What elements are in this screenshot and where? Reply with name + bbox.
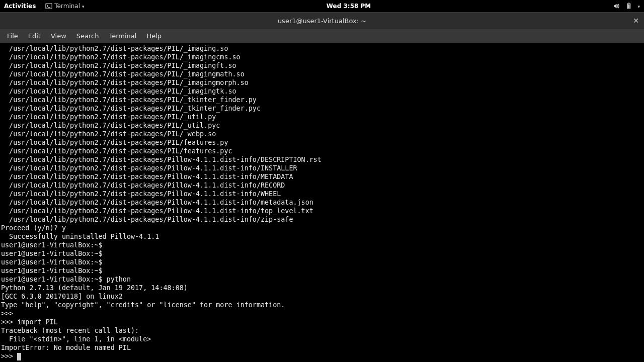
terminal-line: /usr/local/lib/python2.7/dist-packages/P… [0,121,644,130]
terminal-line: >>> [0,352,644,360]
svg-rect-0 [46,4,52,9]
terminal-line: /usr/local/lib/python2.7/dist-packages/P… [0,164,644,172]
python-prompt: >>> [1,352,17,360]
terminal-line: /usr/local/lib/python2.7/dist-packages/P… [0,130,644,138]
terminal-line: /usr/local/lib/python2.7/dist-packages/P… [0,155,644,164]
svg-rect-3 [628,3,630,3]
terminal-line: Type "help", "copyright", "credits" or "… [0,301,644,309]
terminal-window: user1@user1-VirtualBox: ~ ✕ File Edit Vi… [0,12,644,362]
panel-clock[interactable]: Wed 3:58 PM [327,3,371,10]
system-menu-icon[interactable]: ▾ [637,4,640,9]
activities-button[interactable]: Activities [4,3,36,10]
terminal-line: user1@user1-VirtualBox:~$ [0,266,644,275]
terminal-line: Proceed (y/n)? y [0,224,644,232]
terminal-line: /usr/local/lib/python2.7/dist-packages/P… [0,190,644,198]
menu-edit[interactable]: Edit [24,31,45,41]
terminal-line: /usr/local/lib/python2.7/dist-packages/P… [0,96,644,104]
terminal-line: /usr/local/lib/python2.7/dist-packages/P… [0,53,644,61]
terminal-line: /usr/local/lib/python2.7/dist-packages/P… [0,104,644,113]
terminal-line: user1@user1-VirtualBox:~$ [0,258,644,266]
close-icon[interactable]: ✕ [633,17,639,25]
menu-help[interactable]: Help [142,31,166,41]
terminal-line: /usr/local/lib/python2.7/dist-packages/P… [0,61,644,70]
terminal-line: ImportError: No module named PIL [0,343,644,352]
terminal-line: Successfully uninstalled Pillow-4.1.1 [0,232,644,241]
menu-file[interactable]: File [3,31,22,41]
terminal-line: user1@user1-VirtualBox:~$ [0,241,644,249]
battery-icon[interactable] [625,3,632,10]
app-menu-label: Terminal [54,3,80,10]
terminal-line: user1@user1-VirtualBox:~$ python [0,275,644,284]
menu-search[interactable]: Search [72,31,103,41]
terminal-line: /usr/local/lib/python2.7/dist-packages/P… [0,113,644,121]
terminal-line: [GCC 6.3.0 20170118] on linux2 [0,292,644,301]
volume-icon[interactable] [613,3,620,10]
terminal-line: Python 2.7.13 (default, Jan 19 2017, 14:… [0,284,644,292]
terminal-line: /usr/local/lib/python2.7/dist-packages/P… [0,207,644,215]
app-menu-button[interactable]: Terminal ▾ [41,3,84,10]
chevron-down-icon: ▾ [82,4,85,9]
menu-view[interactable]: View [47,31,70,41]
terminal-line: >>> [0,309,644,318]
terminal-line: /usr/local/lib/python2.7/dist-packages/P… [0,138,644,147]
svg-rect-4 [628,5,630,9]
terminal-line: /usr/local/lib/python2.7/dist-packages/P… [0,181,644,190]
terminal-line: /usr/local/lib/python2.7/dist-packages/P… [0,172,644,181]
terminal-line: >>> import PIL [0,318,644,326]
terminal-icon [45,3,52,10]
cursor [17,353,21,360]
terminal-line: /usr/local/lib/python2.7/dist-packages/P… [0,78,644,87]
terminal-line: /usr/local/lib/python2.7/dist-packages/P… [0,87,644,96]
window-title: user1@user1-VirtualBox: ~ [278,17,366,25]
menu-terminal[interactable]: Terminal [105,31,140,41]
menubar: File Edit View Search Terminal Help [0,29,644,43]
terminal-body[interactable]: /usr/local/lib/python2.7/dist-packages/P… [0,43,644,362]
terminal-line: /usr/local/lib/python2.7/dist-packages/P… [0,198,644,207]
terminal-line: /usr/local/lib/python2.7/dist-packages/P… [0,215,644,224]
terminal-line: /usr/local/lib/python2.7/dist-packages/P… [0,44,644,53]
terminal-line: /usr/local/lib/python2.7/dist-packages/P… [0,70,644,78]
terminal-line: user1@user1-VirtualBox:~$ [0,249,644,258]
terminal-line: File "<stdin>", line 1, in <module> [0,335,644,343]
terminal-line: /usr/local/lib/python2.7/dist-packages/P… [0,147,644,155]
window-titlebar[interactable]: user1@user1-VirtualBox: ~ ✕ [0,12,644,29]
terminal-line: Traceback (most recent call last): [0,326,644,335]
top-panel: Activities Terminal ▾ Wed 3:58 PM [0,0,644,12]
